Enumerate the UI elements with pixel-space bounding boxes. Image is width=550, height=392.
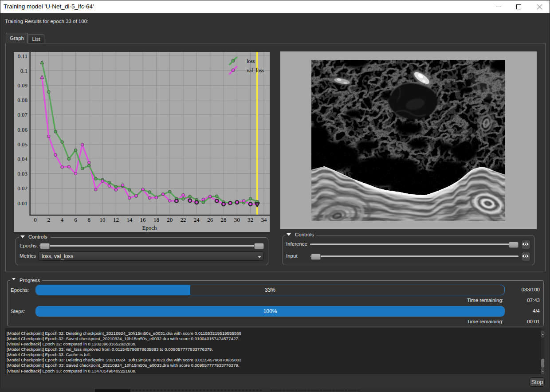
svg-text:10: 10: [100, 216, 106, 223]
svg-text:0.04: 0.04: [17, 156, 28, 162]
svg-text:0.02: 0.02: [17, 185, 28, 192]
svg-text:0.09: 0.09: [17, 82, 28, 89]
svg-text:26: 26: [207, 216, 213, 223]
svg-text:0.08: 0.08: [17, 97, 28, 103]
svg-text:4: 4: [61, 216, 64, 223]
svg-text:0: 0: [34, 216, 37, 223]
svg-text:Epoch: Epoch: [142, 224, 157, 231]
svg-text:22: 22: [181, 216, 186, 223]
svg-text:28: 28: [221, 216, 227, 223]
svg-text:val_loss: val_loss: [247, 67, 264, 74]
svg-text:12: 12: [113, 216, 119, 223]
svg-text:0.01: 0.01: [17, 200, 28, 207]
svg-text:18: 18: [153, 216, 159, 223]
svg-text:6: 6: [74, 216, 77, 223]
svg-text:32: 32: [248, 216, 253, 223]
svg-text:30: 30: [234, 216, 240, 223]
svg-text:0.11: 0.11: [18, 53, 28, 59]
svg-text:20: 20: [167, 216, 173, 223]
svg-text:34: 34: [261, 216, 267, 223]
svg-text:0.07: 0.07: [17, 111, 28, 118]
svg-text:0.05: 0.05: [17, 141, 28, 148]
svg-text:16: 16: [140, 216, 146, 223]
svg-text:2: 2: [47, 216, 51, 223]
svg-text:24: 24: [194, 216, 200, 223]
svg-text:0.1: 0.1: [20, 67, 28, 74]
svg-text:loss: loss: [247, 58, 255, 64]
svg-text:0.06: 0.06: [17, 126, 28, 133]
svg-text:14: 14: [126, 216, 133, 223]
svg-text:0.03: 0.03: [17, 170, 28, 177]
svg-text:8: 8: [88, 216, 91, 223]
